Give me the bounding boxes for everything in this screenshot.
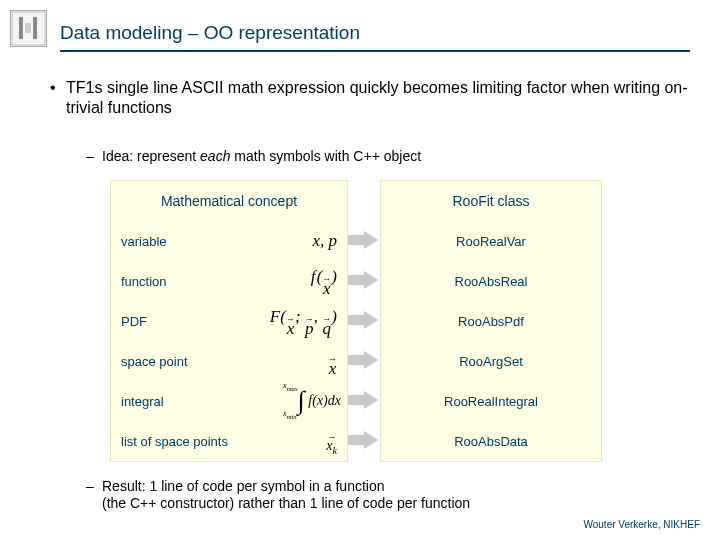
row-label: variable (121, 234, 167, 249)
table-row: space point →x (111, 341, 347, 381)
arrow-icon (348, 231, 378, 249)
table-header-left: Mathematical concept (111, 181, 347, 221)
slide-footer: Wouter Verkerke, NIKHEF (583, 519, 700, 530)
svg-marker-6 (348, 311, 378, 329)
arrow-icon (348, 391, 378, 409)
table-row: RooAbsPdf (381, 301, 601, 341)
svg-rect-2 (33, 17, 37, 39)
svg-rect-3 (25, 23, 31, 33)
svg-marker-8 (348, 391, 378, 409)
row-math: F(→x; →p, →q) (270, 307, 337, 334)
row-math: →x (328, 347, 337, 374)
table-col-concept: Mathematical concept variable x, p funct… (110, 180, 348, 462)
slide-title: Data modeling – OO representation (60, 22, 690, 52)
table-col-class: RooFit class RooRealVar RooAbsReal RooAb… (380, 180, 602, 462)
svg-marker-7 (348, 351, 378, 369)
table-header-right: RooFit class (381, 181, 601, 221)
bullet-main: TF1s single line ASCII math expression q… (66, 78, 690, 118)
idea-text-em: each (200, 148, 230, 164)
row-label: function (121, 274, 167, 289)
row-math: f (→x) (311, 267, 337, 294)
table-row: function f (→x) (111, 261, 347, 301)
svg-rect-1 (19, 17, 23, 39)
row-label: PDF (121, 314, 147, 329)
bullet-idea: Idea: represent each math symbols with C… (102, 148, 690, 164)
result-line1: Result: 1 line of code per symbol in a f… (102, 478, 385, 494)
row-label: integral (121, 394, 164, 409)
idea-text-suffix: math symbols with C++ object (230, 148, 421, 164)
row-math: →xk (326, 428, 337, 453)
table-row: PDF F(→x; →p, →q) (111, 301, 347, 341)
table-row: RooAbsReal (381, 261, 601, 301)
arrow-icon (348, 271, 378, 289)
arrow-icon (348, 431, 378, 449)
table-row: RooArgSet (381, 341, 601, 381)
arrow-icon (348, 351, 378, 369)
nikhef-logo-icon (10, 10, 47, 47)
table-row: variable x, p (111, 221, 347, 261)
svg-marker-4 (348, 231, 378, 249)
row-math: x, p (312, 231, 337, 251)
table-row: RooRealIntegral (381, 381, 601, 421)
row-label: list of space points (121, 434, 228, 449)
bullet-result: Result: 1 line of code per symbol in a f… (102, 478, 690, 512)
arrow-icon (348, 311, 378, 329)
result-line2: (the C++ constructor) rather than 1 line… (102, 495, 470, 511)
row-math: xmaxxmin ∫ f(x)dx (283, 382, 341, 421)
svg-marker-5 (348, 271, 378, 289)
table-row: integral xmaxxmin ∫ f(x)dx (111, 381, 347, 421)
table-row: list of space points →xk (111, 421, 347, 461)
table-row: RooAbsData (381, 421, 601, 461)
svg-marker-9 (348, 431, 378, 449)
row-label: space point (121, 354, 188, 369)
idea-text-prefix: Idea: represent (102, 148, 200, 164)
table-row: RooRealVar (381, 221, 601, 261)
